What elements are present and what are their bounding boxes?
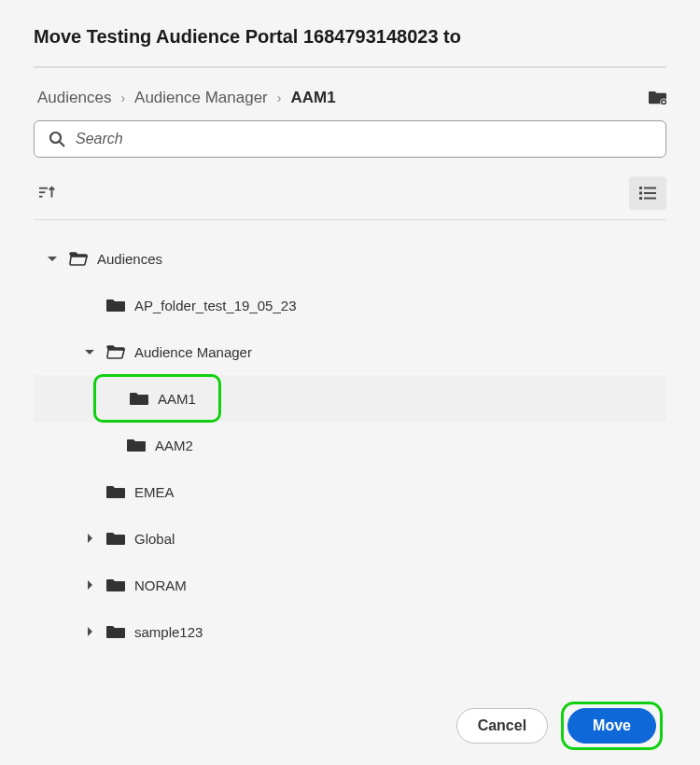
folder-icon [106,577,125,592]
tree-row-aam2[interactable]: AAM2 [34,422,666,468]
chevron-down-icon [45,251,60,266]
svg-rect-6 [39,196,43,198]
breadcrumb-current: AAM1 [290,89,335,107]
folder-label: AAM2 [155,438,193,453]
folder-label: EMEA [134,484,175,500]
folder-label: Global [134,531,175,547]
sort-icon[interactable] [39,186,56,201]
folder-tree: Audiences AP_folder_test_19_05_23 Audien… [34,235,666,655]
folder-icon [127,438,146,452]
breadcrumb-item[interactable]: Audiences [37,89,111,107]
svg-point-2 [50,132,61,143]
selection-highlight: AAM1 [93,374,221,423]
svg-rect-7 [639,187,642,189]
chevron-right-icon [82,531,97,546]
breadcrumb-item[interactable]: Audience Manager [134,89,268,107]
folder-label: AAM1 [158,391,196,407]
move-button-highlight: Move [561,702,663,750]
chevron-right-icon: › [277,90,282,105]
folder-label: AP_folder_test_19_05_23 [134,298,296,313]
tree-row-aam1[interactable]: AAM1 [34,375,666,422]
move-button[interactable]: Move [567,708,656,744]
chevron-right-icon [82,624,97,639]
list-view-toggle[interactable] [629,176,666,210]
folder-label: sample123 [134,624,203,640]
folder-label: NORAM [134,577,187,593]
svg-rect-9 [639,192,642,195]
svg-rect-11 [639,197,642,200]
folder-icon [106,624,125,639]
tree-row-ap-folder[interactable]: AP_folder_test_19_05_23 [34,282,666,328]
folder-icon [106,484,125,499]
tree-row-audiences[interactable]: Audiences [34,235,666,282]
list-icon [639,187,656,200]
breadcrumb: Audiences › Audience Manager › AAM1 [37,89,336,107]
search-icon [49,131,65,147]
folder-icon [106,298,125,313]
svg-rect-8 [644,188,656,189]
cancel-button[interactable]: Cancel [456,708,548,744]
svg-rect-10 [644,192,656,194]
folder-label: Audiences [97,251,162,267]
new-folder-icon[interactable] [649,90,666,105]
tree-row-emea[interactable]: EMEA [34,468,666,515]
dialog-title: Move Testing Audience Portal 16847931480… [34,26,666,48]
chevron-right-icon [82,577,97,592]
chevron-right-icon: › [120,90,125,105]
folder-label: Audience Manager [134,344,252,360]
tree-row-sample123[interactable]: sample123 [34,608,666,655]
svg-line-3 [60,142,64,146]
tree-row-global[interactable]: Global [34,515,666,562]
svg-rect-5 [39,191,45,193]
search-input[interactable] [34,120,666,158]
folder-icon [130,391,148,406]
tree-row-audience-manager[interactable]: Audience Manager [34,328,666,375]
folder-open-icon [69,251,88,266]
tree-row-noram[interactable]: NORAM [34,562,666,608]
svg-rect-12 [644,198,656,200]
svg-rect-4 [39,188,48,189]
folder-open-icon [106,344,125,359]
folder-icon [106,531,125,546]
chevron-down-icon [82,344,97,359]
